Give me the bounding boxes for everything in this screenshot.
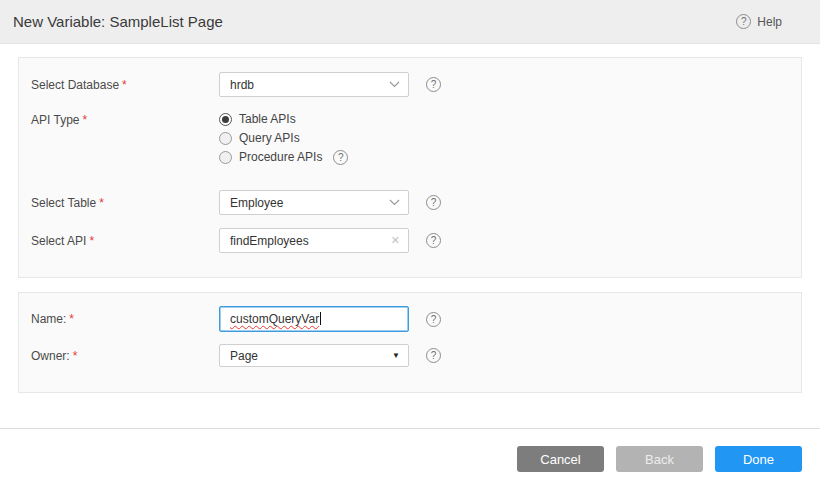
cancel-button[interactable]: Cancel: [517, 446, 604, 472]
select-table-row: Select Table* Employee ?: [19, 190, 801, 215]
radio-unselected-icon: [219, 132, 232, 145]
footer-actions: Cancel Back Done: [517, 446, 802, 472]
radio-query-apis-label: Query APIs: [239, 131, 300, 145]
radio-table-apis[interactable]: Table APIs: [219, 112, 348, 126]
select-table-value: Employee: [230, 196, 283, 210]
select-api-label: Select API*: [19, 234, 219, 248]
owner-select[interactable]: Page ▼: [219, 344, 409, 367]
name-row: Name:* customQueryVar ?: [19, 306, 801, 332]
api-type-row: API Type* Table APIs Query APIs Procedur…: [19, 112, 801, 164]
name-label: Name:*: [19, 312, 219, 326]
name-help-icon[interactable]: ?: [426, 312, 441, 327]
radio-selected-icon: [219, 113, 232, 126]
required-asterisk: *: [73, 349, 78, 363]
api-selection-panel: Select Database* hrdb ? API Type* Table …: [18, 57, 802, 278]
owner-row: Owner:* Page ▼ ?: [19, 344, 801, 367]
api-type-radio-group: Table APIs Query APIs Procedure APIs ?: [219, 112, 348, 164]
dialog-header: New Variable: SampleList Page ? Help: [0, 0, 820, 44]
name-input[interactable]: customQueryVar: [219, 306, 409, 332]
footer-divider: [0, 428, 820, 429]
select-database-row: Select Database* hrdb ?: [19, 72, 801, 97]
select-api-row: Select API* findEmployees ✕ ?: [19, 228, 801, 253]
select-table-dropdown[interactable]: Employee: [219, 190, 409, 215]
select-database-help-icon[interactable]: ?: [426, 77, 441, 92]
help-label: Help: [757, 15, 782, 29]
select-arrow-icon: ▼: [392, 352, 400, 360]
required-asterisk: *: [99, 196, 104, 210]
help-link[interactable]: ? Help: [736, 14, 782, 29]
name-value: customQueryVar: [230, 312, 319, 326]
select-api-value: findEmployees: [230, 234, 309, 248]
radio-query-apis[interactable]: Query APIs: [219, 131, 348, 145]
radio-table-apis-label: Table APIs: [239, 112, 296, 126]
radio-procedure-apis-label: Procedure APIs: [239, 150, 322, 164]
help-icon: ?: [736, 14, 751, 29]
dialog-title: New Variable: SampleList Page: [13, 13, 223, 30]
text-cursor: [320, 312, 321, 325]
variable-details-panel: Name:* customQueryVar ? Owner:* Page ▼ ?: [18, 292, 802, 393]
owner-help-icon[interactable]: ?: [426, 348, 441, 363]
select-api-help-icon[interactable]: ?: [426, 233, 441, 248]
owner-value: Page: [230, 349, 258, 363]
owner-label: Owner:*: [19, 349, 219, 363]
select-database-label: Select Database*: [19, 78, 219, 92]
api-type-label: API Type*: [19, 112, 219, 127]
required-asterisk: *: [69, 312, 74, 326]
required-asterisk: *: [82, 113, 87, 127]
select-table-label: Select Table*: [19, 196, 219, 210]
back-button[interactable]: Back: [616, 446, 703, 472]
chevron-down-icon: [389, 199, 400, 206]
select-database-value: hrdb: [230, 78, 254, 92]
chevron-down-icon: [389, 81, 400, 88]
radio-procedure-apis[interactable]: Procedure APIs ?: [219, 150, 348, 164]
select-api-input[interactable]: findEmployees ✕: [219, 228, 409, 253]
radio-unselected-icon: [219, 151, 232, 164]
done-button[interactable]: Done: [715, 446, 802, 472]
required-asterisk: *: [89, 234, 94, 248]
clear-icon[interactable]: ✕: [391, 235, 400, 246]
new-variable-dialog: New Variable: SampleList Page ? Help Sel…: [0, 0, 820, 487]
procedure-apis-help-icon[interactable]: ?: [333, 150, 348, 165]
select-database-dropdown[interactable]: hrdb: [219, 72, 409, 97]
required-asterisk: *: [122, 78, 127, 92]
select-table-help-icon[interactable]: ?: [426, 195, 441, 210]
